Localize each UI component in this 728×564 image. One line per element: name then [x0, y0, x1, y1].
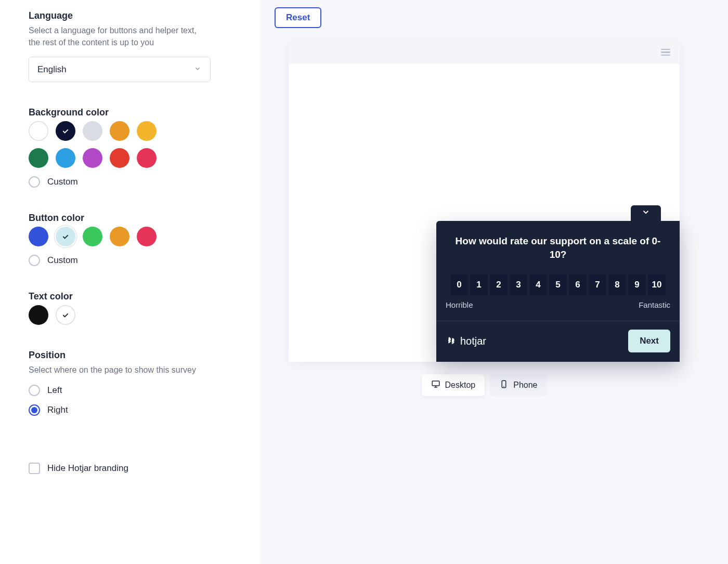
nps-score-button[interactable]: 7	[589, 274, 606, 295]
button-custom-option[interactable]: Custom	[29, 255, 234, 266]
button-color-swatch[interactable]	[110, 227, 129, 246]
chevron-down-icon	[641, 207, 651, 219]
checkbox-icon	[29, 463, 40, 474]
button-custom-label: Custom	[47, 255, 78, 266]
background-swatch[interactable]	[137, 148, 157, 168]
text-color-section: Text color	[29, 291, 234, 325]
background-swatch-row	[29, 121, 169, 168]
hotjar-branding: hotjar	[446, 335, 486, 347]
button-swatch-row	[29, 227, 169, 246]
next-button[interactable]: Next	[628, 330, 670, 352]
position-description: Select where on the page to show this su…	[29, 364, 205, 376]
nps-high-label: Fantastic	[639, 300, 670, 309]
button-color-swatch[interactable]	[137, 227, 157, 246]
background-color-section: Background color Custom	[29, 107, 234, 188]
text-color-heading: Text color	[29, 291, 234, 302]
hotjar-brand-text: hotjar	[460, 335, 486, 347]
nps-score-button[interactable]: 8	[608, 274, 626, 295]
device-phone-label: Phone	[513, 381, 537, 390]
nps-scale: 012345678910	[436, 267, 680, 300]
nps-score-button[interactable]: 2	[490, 274, 508, 295]
nps-score-button[interactable]: 1	[470, 274, 488, 295]
position-section: Position Select where on the page to sho…	[29, 350, 234, 415]
preview-topbar	[289, 41, 680, 64]
button-color-swatch[interactable]	[83, 227, 102, 246]
language-description: Select a language for buttons and helper…	[29, 24, 205, 48]
hide-branding-section: Hide Hotjar branding	[29, 463, 234, 474]
survey-question: How would rate our support on a scale of…	[436, 221, 680, 267]
background-custom-label: Custom	[47, 177, 78, 187]
position-option-label: Left	[47, 385, 62, 396]
survey-footer: hotjar Next	[436, 321, 680, 362]
hide-branding-label: Hide Hotjar branding	[47, 463, 128, 474]
background-swatch[interactable]	[29, 121, 48, 141]
nps-score-button[interactable]: 0	[450, 274, 468, 295]
language-section: Language Select a language for buttons a…	[29, 10, 234, 82]
background-color-heading: Background color	[29, 107, 234, 118]
reset-button[interactable]: Reset	[275, 7, 321, 28]
radio-icon	[29, 385, 40, 396]
hotjar-logo-icon	[446, 336, 456, 346]
desktop-icon	[431, 379, 440, 391]
nps-score-button[interactable]: 10	[648, 274, 666, 295]
background-swatch[interactable]	[29, 148, 48, 168]
nps-low-label: Horrible	[446, 300, 473, 309]
language-heading: Language	[29, 10, 234, 21]
language-select-wrap: English	[29, 57, 211, 82]
survey-body: How would rate our support on a scale of…	[436, 221, 680, 362]
position-option[interactable]: Left	[29, 385, 234, 396]
button-color-section: Button color Custom	[29, 213, 234, 266]
background-swatch[interactable]	[137, 121, 157, 141]
background-swatch[interactable]	[56, 148, 75, 168]
survey-widget: How would rate our support on a scale of…	[436, 221, 680, 362]
position-option[interactable]: Right	[29, 404, 234, 416]
nps-score-button[interactable]: 9	[628, 274, 646, 295]
device-phone-button[interactable]: Phone	[490, 374, 547, 396]
background-swatch[interactable]	[83, 148, 102, 168]
device-toggle: Desktop Phone	[422, 374, 547, 396]
background-swatch[interactable]	[110, 121, 129, 141]
svg-rect-0	[432, 381, 439, 386]
nps-labels: Horrible Fantastic	[436, 300, 680, 321]
radio-icon	[29, 176, 40, 188]
preview-pane: Reset How would rate our support on a sc…	[260, 0, 728, 564]
text-swatch-row	[29, 305, 169, 325]
background-swatch[interactable]	[110, 148, 129, 168]
survey-collapse-tab[interactable]	[631, 205, 661, 221]
radio-icon	[29, 404, 40, 416]
nps-score-button[interactable]: 5	[549, 274, 567, 295]
nps-score-button[interactable]: 4	[529, 274, 547, 295]
hamburger-icon	[661, 49, 670, 56]
device-desktop-button[interactable]: Desktop	[422, 374, 485, 396]
position-option-label: Right	[47, 405, 68, 415]
device-desktop-label: Desktop	[445, 381, 476, 390]
background-custom-option[interactable]: Custom	[29, 176, 234, 188]
position-heading: Position	[29, 350, 234, 361]
nps-score-button[interactable]: 3	[510, 274, 527, 295]
button-color-heading: Button color	[29, 213, 234, 224]
nps-score-button[interactable]: 6	[569, 274, 587, 295]
phone-icon	[499, 379, 509, 391]
button-color-swatch[interactable]	[29, 227, 48, 246]
settings-panel: Language Select a language for buttons a…	[0, 0, 260, 564]
text-color-swatch[interactable]	[56, 305, 75, 325]
background-swatch[interactable]	[56, 121, 75, 141]
language-select[interactable]: English	[29, 57, 211, 82]
text-color-swatch[interactable]	[29, 305, 48, 325]
radio-icon	[29, 255, 40, 266]
preview-card: How would rate our support on a scale of…	[289, 41, 680, 362]
button-color-swatch[interactable]	[56, 227, 75, 246]
hide-branding-checkbox[interactable]: Hide Hotjar branding	[29, 463, 234, 474]
background-swatch[interactable]	[83, 121, 102, 141]
